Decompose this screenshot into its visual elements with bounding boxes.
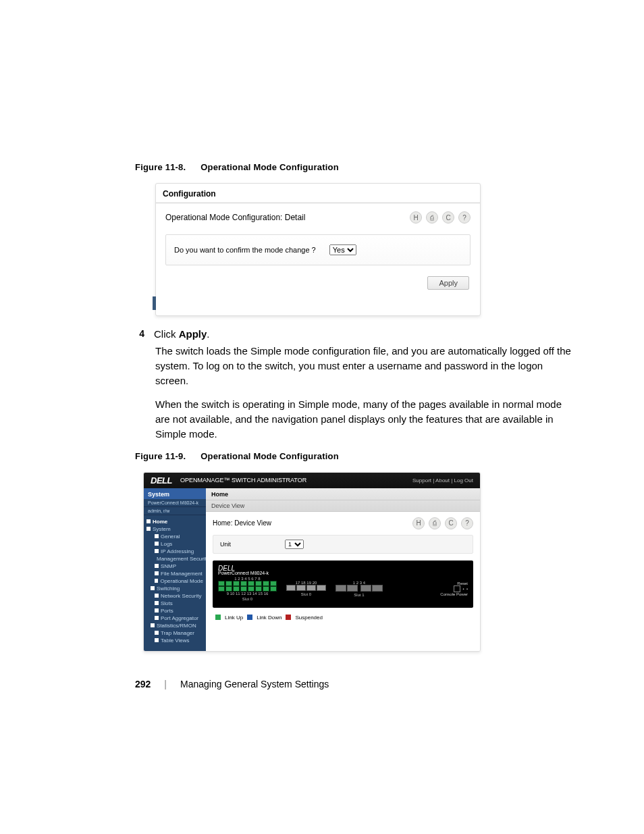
port-icon[interactable]	[218, 581, 225, 586]
plus-icon[interactable]	[155, 542, 159, 546]
figure-9-caption: Figure 11-9. Operational Mode Configurat…	[135, 451, 576, 461]
sidebar: System PowerConnect M8024-k admin, r/w H…	[144, 488, 206, 651]
nav-item[interactable]: Management Security	[146, 555, 203, 563]
save-icon[interactable]: H	[410, 211, 422, 224]
nav-item[interactable]: Home	[146, 518, 203, 525]
port-icon[interactable]	[270, 586, 277, 592]
port-icon[interactable]	[347, 585, 358, 592]
port-icon[interactable]	[296, 585, 306, 591]
refresh-icon[interactable]: C	[442, 211, 454, 224]
figure-title: Operational Mode Configuration	[200, 162, 339, 172]
port-icon[interactable]	[360, 585, 371, 592]
minus-icon[interactable]	[151, 623, 155, 627]
breadcrumb-current[interactable]: Device View	[206, 500, 480, 511]
dell-logo: DELL	[151, 475, 172, 486]
plus-icon[interactable]	[155, 564, 159, 568]
nav-label: Operational Mode	[160, 578, 203, 584]
unit-select[interactable]: 1	[285, 540, 304, 549]
device-right-indicators: Reset • • Console Power	[440, 581, 468, 596]
minus-icon[interactable]	[146, 519, 151, 523]
nav-item[interactable]: Table Views	[146, 637, 203, 644]
plus-icon[interactable]	[155, 616, 159, 620]
page-content: Figure 11-8. Operational Mode Configurat…	[0, 0, 644, 730]
port-icon[interactable]	[306, 585, 316, 591]
nav-item[interactable]: IP Addressing	[146, 548, 203, 555]
nav-item[interactable]: Statistics/RMON	[146, 622, 203, 629]
minus-icon[interactable]	[146, 527, 151, 531]
ports-row-bottom	[218, 586, 277, 592]
unit-label: Unit	[220, 541, 231, 548]
nav-item[interactable]: SNMP	[146, 563, 203, 570]
nav-item[interactable]: Port Aggregator	[146, 615, 203, 622]
plus-icon[interactable]	[155, 608, 159, 613]
confirm-select[interactable]: Yes	[329, 244, 356, 255]
plus-icon[interactable]	[155, 631, 159, 635]
port-icon[interactable]	[248, 581, 254, 586]
nav-label: Switching	[157, 585, 180, 592]
plus-icon[interactable]	[155, 534, 159, 538]
help-icon[interactable]: ?	[458, 211, 471, 224]
port-icon[interactable]	[240, 586, 247, 592]
nav-item[interactable]: System	[146, 525, 203, 533]
print-icon[interactable]: ⎙	[429, 517, 441, 529]
nav-item[interactable]: Slots	[146, 600, 203, 607]
port-icon[interactable]	[336, 585, 346, 592]
nav-item[interactable]: General	[146, 533, 203, 540]
port-icon[interactable]	[225, 581, 232, 586]
port-icon[interactable]	[263, 586, 269, 592]
nav-label: SNMP	[161, 563, 176, 569]
page-number: 292	[135, 679, 151, 689]
legend-suspended: Suspended	[295, 615, 322, 621]
chapter-title: Managing General System Settings	[180, 679, 329, 689]
nav-label: Table Views	[161, 637, 190, 644]
nav-item[interactable]: Trap Manager	[146, 629, 203, 637]
port-icon[interactable]	[255, 586, 262, 592]
minus-icon[interactable]	[151, 586, 155, 590]
nav-item[interactable]: File Management	[146, 570, 203, 577]
nav-item[interactable]: Logs	[146, 540, 203, 548]
swatch-link-up-icon	[215, 615, 221, 620]
port-icon[interactable]	[372, 585, 383, 592]
save-icon[interactable]: H	[412, 517, 425, 529]
plus-icon[interactable]	[155, 571, 159, 575]
port-icon[interactable]	[218, 586, 225, 592]
sidebar-device: PowerConnect M8024-k	[144, 499, 206, 507]
plus-icon[interactable]	[155, 549, 159, 553]
port-icon[interactable]	[270, 581, 277, 586]
toolbar-icons: H ⎙ C ?	[412, 517, 473, 529]
plus-icon[interactable]	[155, 579, 158, 583]
port-icon[interactable]	[286, 585, 296, 591]
port-icon[interactable]	[263, 581, 269, 586]
topbar-links[interactable]: Support | About | Log Out	[412, 477, 473, 484]
nav-label: Trap Manager	[161, 630, 194, 636]
port-icon[interactable]	[240, 581, 247, 586]
confirm-question: Do you want to confirm the mode change ?	[174, 246, 316, 254]
print-icon[interactable]: ⎙	[426, 211, 438, 224]
port-icon[interactable]	[233, 581, 240, 586]
nav-item[interactable]: Network Security	[146, 592, 203, 600]
port-icon[interactable]	[255, 581, 262, 586]
refresh-icon[interactable]: C	[445, 517, 457, 529]
help-icon[interactable]: ?	[461, 517, 473, 529]
port-group-main: 1 2 3 4 5 6 7 8 9 10 11 12 13 14 15 16 S…	[218, 577, 277, 601]
port-group-slot1: 1 2 3 4 Slot 1	[336, 581, 383, 597]
step-text: Click Apply.	[154, 328, 210, 340]
breadcrumb-home[interactable]: Home	[206, 488, 480, 500]
nav-item[interactable]: Operational Mode	[146, 577, 203, 585]
plus-icon[interactable]	[155, 594, 159, 598]
app-name: OPENMANAGE™ SWITCH ADMINISTRATOR	[180, 477, 306, 484]
nav-label: File Management	[161, 571, 203, 577]
nav-item[interactable]: Ports	[146, 607, 203, 615]
port-icon[interactable]	[317, 585, 326, 591]
nav-item[interactable]: Switching	[146, 585, 203, 592]
apply-button[interactable]: Apply	[427, 276, 469, 290]
plus-icon[interactable]	[155, 638, 159, 642]
port-icon[interactable]	[225, 586, 232, 592]
slot-0-label2: Slot 0	[286, 592, 326, 596]
port-icon[interactable]	[248, 586, 254, 592]
plus-icon[interactable]	[155, 601, 159, 605]
port-icon[interactable]	[233, 586, 240, 592]
figure-title: Operational Mode Configuration	[200, 451, 339, 461]
tab-configuration[interactable]: Configuration	[156, 184, 480, 203]
step-suffix: .	[207, 328, 209, 340]
